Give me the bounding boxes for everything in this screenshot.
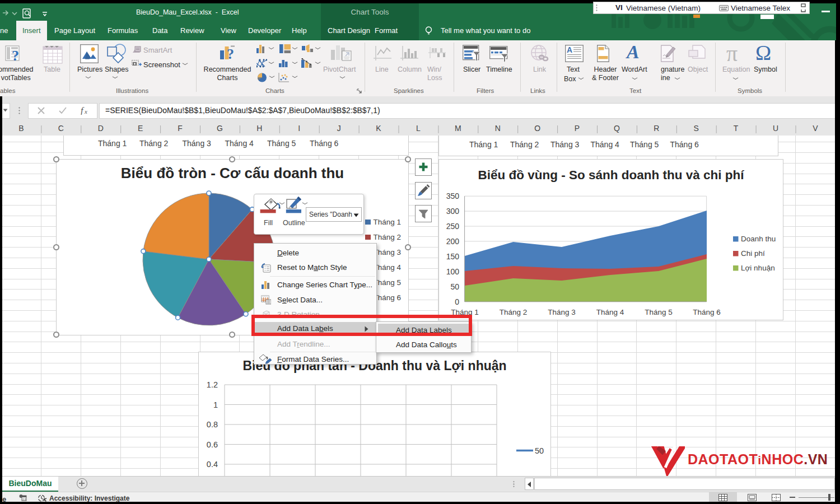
- svg-text:0: 0: [455, 297, 459, 306]
- svg-text:?: ?: [227, 46, 234, 61]
- svg-text:0.8: 0.8: [207, 420, 218, 429]
- svg-text:Chi phí: Chi phí: [741, 249, 765, 258]
- svg-text:300: 300: [446, 207, 460, 216]
- svg-text:x: x: [84, 108, 87, 115]
- svg-text:?: ?: [12, 48, 19, 64]
- svg-text:350: 350: [446, 192, 460, 200]
- svg-text:50: 50: [450, 282, 459, 291]
- svg-text:50: 50: [535, 446, 544, 455]
- svg-text:0.4: 0.4: [207, 460, 218, 469]
- svg-text:0.6: 0.6: [207, 440, 218, 449]
- svg-text:1.2: 1.2: [207, 380, 218, 389]
- svg-text:Tháng 3: Tháng 3: [548, 308, 576, 316]
- svg-text:250: 250: [446, 222, 460, 231]
- svg-text:Doanh thu: Doanh thu: [741, 235, 776, 243]
- svg-text:Tháng 2: Tháng 2: [500, 308, 528, 316]
- svg-text:f: f: [81, 106, 85, 115]
- svg-text:A: A: [567, 45, 572, 54]
- svg-text:150: 150: [446, 252, 460, 261]
- svg-text:200: 200: [446, 237, 460, 246]
- svg-text:Tháng 4: Tháng 4: [596, 308, 624, 316]
- svg-text:Lợi nhuận: Lợi nhuận: [741, 264, 775, 272]
- svg-text:100: 100: [446, 267, 460, 276]
- svg-text:1: 1: [213, 400, 218, 409]
- svg-text:Tháng 5: Tháng 5: [645, 308, 673, 316]
- svg-text:Tháng 6: Tháng 6: [693, 308, 721, 316]
